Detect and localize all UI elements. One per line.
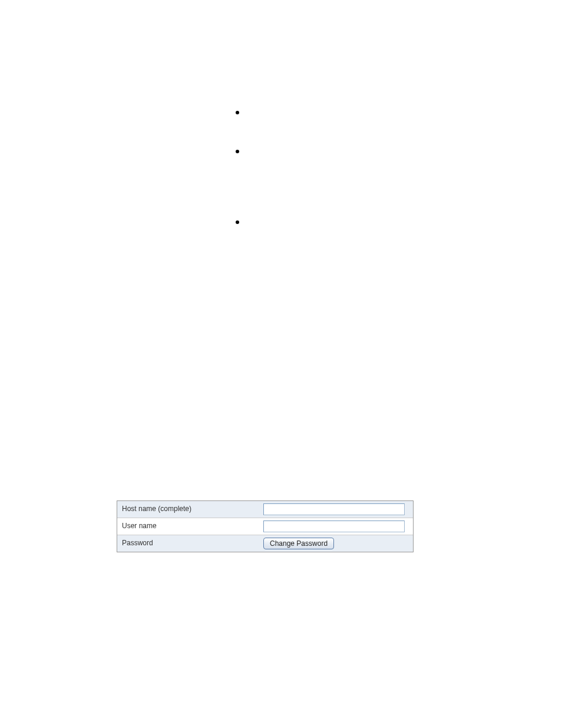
hostname-label: Host name (complete) bbox=[117, 501, 259, 518]
password-row: Password Change Password bbox=[117, 535, 413, 552]
hostname-input[interactable] bbox=[263, 503, 405, 515]
bullet-icon bbox=[236, 111, 239, 114]
change-password-button[interactable]: Change Password bbox=[263, 538, 334, 549]
hostname-row: Host name (complete) bbox=[117, 501, 413, 518]
password-input-cell: Change Password bbox=[259, 535, 413, 552]
bullet-icon bbox=[236, 220, 239, 224]
username-input[interactable] bbox=[263, 521, 405, 532]
dyndns-provider-form: Host name (complete) User name Password … bbox=[117, 500, 414, 552]
hostname-input-cell bbox=[259, 501, 413, 518]
username-input-cell bbox=[259, 518, 413, 535]
username-row: User name bbox=[117, 518, 413, 535]
password-label: Password bbox=[117, 535, 259, 552]
bullet-icon bbox=[236, 150, 239, 153]
username-label: User name bbox=[117, 518, 259, 535]
